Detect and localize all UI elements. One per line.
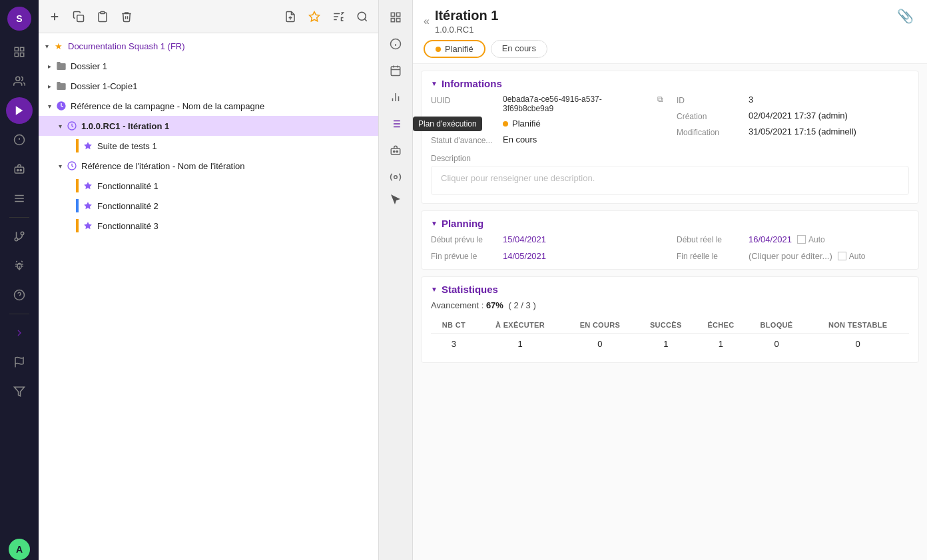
tree-item-campaign[interactable]: ▾ Référence de la campagne - Nom de la c… <box>39 96 378 116</box>
user-avatar[interactable]: A <box>9 539 30 560</box>
dossier1-toggle[interactable]: ▸ <box>44 61 55 71</box>
statut-value: En cours <box>503 135 537 144</box>
modification-value: 31/05/2021 17:15 (adminell) <box>749 127 856 137</box>
chart-view-icon[interactable] <box>384 85 408 109</box>
sidebar-item-flag[interactable] <box>6 349 33 376</box>
debut-prevu-value[interactable]: 15/04/2021 <box>503 234 546 244</box>
sidebar-item-tools[interactable] <box>6 223 33 250</box>
sidebar-item-filter[interactable] <box>6 378 33 405</box>
func3-label: Fonctionnalité 3 <box>97 221 158 231</box>
suite1-bar <box>76 139 79 152</box>
root-label: Documentation Squash 1 (FR) <box>68 41 185 51</box>
sidebar-item-help[interactable] <box>6 282 33 308</box>
svg-point-61 <box>396 150 398 152</box>
fin-reelle-auto-checkbox[interactable]: Auto <box>838 252 866 261</box>
debut-reel-checkbox-sq[interactable] <box>797 235 806 244</box>
tree-item-iteration1[interactable]: ▾ 1.0.0.RC1 - Itération 1 <box>39 116 378 136</box>
tree-root[interactable]: ▾ ★ Documentation Squash 1 (FR) <box>39 36 378 56</box>
tree-item-func2[interactable]: Fonctionnalité 2 <box>39 196 378 216</box>
func1-bar <box>76 179 79 192</box>
etat-value: Planifié <box>503 119 541 129</box>
uuid-copy-icon[interactable]: ⧉ <box>657 95 663 104</box>
sidebar-item-campaigns[interactable] <box>6 97 33 124</box>
tree-item-suite1[interactable]: Suite de tests 1 <box>39 136 378 156</box>
suite1-toggle <box>65 140 76 151</box>
tree-item-func1[interactable]: Fonctionnalité 1 <box>39 176 378 196</box>
tree-content: ▾ ★ Documentation Squash 1 (FR) ▸ Dossie… <box>39 33 378 560</box>
svg-point-4 <box>16 77 20 81</box>
modification-row: Modification 31/05/2021 17:15 (adminell) <box>677 127 909 137</box>
svg-rect-1 <box>21 47 24 51</box>
campaign-toggle[interactable]: ▾ <box>44 101 55 111</box>
modification-label: Modification <box>677 127 743 137</box>
suite1-icon <box>81 139 95 152</box>
func2-label: Fonctionnalité 2 <box>97 201 158 211</box>
uuid-label: UUID <box>431 95 497 105</box>
fin-reelle-auto-label: Auto <box>849 252 866 261</box>
fin-reelle-value[interactable]: (Cliquer pour éditer...) <box>749 251 832 261</box>
info-view-icon[interactable] <box>384 32 408 56</box>
val-a-executer: 1 <box>477 334 564 355</box>
tree-item-dossier1[interactable]: ▸ Dossier 1 <box>39 56 378 76</box>
search-button[interactable] <box>353 7 372 26</box>
grid-view-icon[interactable] <box>384 5 408 29</box>
settings-view-icon[interactable] <box>384 165 408 189</box>
attachment-icon[interactable]: 📎 <box>897 8 914 24</box>
sort-button[interactable] <box>329 7 348 26</box>
sidebar-item-users[interactable] <box>6 68 33 95</box>
func3-toggle <box>65 220 76 231</box>
etat-dot <box>503 121 508 127</box>
planning-header[interactable]: ▼ Planning <box>422 211 918 234</box>
sidebar-item-robot[interactable] <box>6 156 33 182</box>
debut-reel-row: Début réel le 16/04/2021 Auto <box>677 234 909 244</box>
svg-point-11 <box>20 169 21 170</box>
root-toggle[interactable]: ▾ <box>41 41 52 51</box>
robot-view-icon[interactable] <box>384 139 408 162</box>
sidebar-item-expand[interactable] <box>6 320 33 346</box>
svg-line-35 <box>364 19 366 21</box>
svg-rect-40 <box>397 13 400 16</box>
val-en-cours: 0 <box>563 334 636 355</box>
debut-reel-auto-checkbox[interactable]: Auto <box>797 235 825 244</box>
description-label-row: Description <box>422 153 918 166</box>
status-planifie[interactable]: Planifié <box>424 40 485 58</box>
list-view-icon[interactable]: Plan d'exécution <box>384 112 408 136</box>
export-button[interactable] <box>281 7 300 26</box>
app-logo[interactable]: S <box>7 7 31 31</box>
sidebar-item-reports[interactable] <box>6 127 33 153</box>
creation-label: Création <box>677 111 743 121</box>
iteration1-toggle[interactable]: ▾ <box>55 121 65 131</box>
func3-icon <box>81 219 95 232</box>
calendar-view-icon[interactable] <box>384 59 408 83</box>
dossier1copie-toggle[interactable]: ▸ <box>44 81 55 91</box>
tree-item-iterationref[interactable]: ▾ Référence de l'itération - Nom de l'it… <box>39 156 378 176</box>
id-value: 3 <box>749 95 753 105</box>
debut-reel-value[interactable]: 16/04/2021 <box>749 234 792 244</box>
iterationref-toggle[interactable]: ▾ <box>55 160 65 171</box>
statistiques-header[interactable]: ▼ Statistiques <box>422 277 918 300</box>
sidebar-item-bug[interactable] <box>6 252 33 279</box>
fin-prevue-value[interactable]: 14/05/2021 <box>503 251 546 261</box>
sidebar-item-bars[interactable] <box>6 185 33 212</box>
copy-button[interactable] <box>69 7 88 26</box>
delete-button[interactable] <box>117 7 136 26</box>
description-box[interactable]: Cliquer pour renseigner une description. <box>431 166 909 195</box>
collapse-button[interactable]: « <box>424 15 430 27</box>
svg-rect-9 <box>15 167 24 173</box>
planning-title: Planning <box>442 218 483 229</box>
status-en-cours[interactable]: En cours <box>491 40 547 58</box>
fin-reelle-checkbox-sq[interactable] <box>838 252 846 260</box>
tree-item-func3[interactable]: Fonctionnalité 3 <box>39 216 378 236</box>
statut-label: Statut d'avance... <box>431 135 497 145</box>
svg-rect-59 <box>391 148 400 154</box>
informations-header[interactable]: ▼ Informations <box>422 71 918 95</box>
dossier1copie-label: Dossier 1-Copie1 <box>71 81 137 91</box>
divider2 <box>9 314 29 314</box>
sidebar-item-dashboard[interactable] <box>6 39 33 65</box>
paste-button[interactable] <box>93 7 112 26</box>
add-button[interactable] <box>45 7 64 26</box>
favorite-button[interactable] <box>305 7 324 26</box>
val-echec: 1 <box>695 334 747 355</box>
etat-row: État Planifié <box>431 119 663 129</box>
tree-item-dossier1copie[interactable]: ▸ Dossier 1-Copie1 <box>39 76 378 96</box>
